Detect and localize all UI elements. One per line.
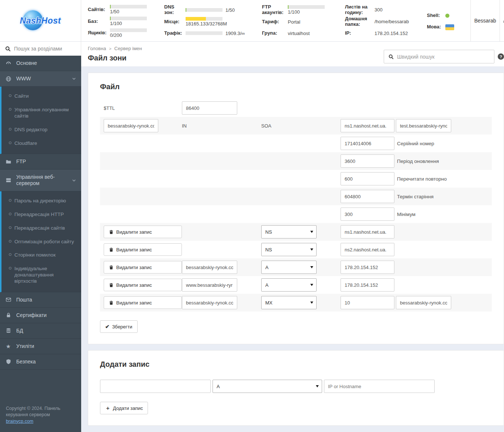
stat-label: Баз: <box>88 19 107 24</box>
language-label: Мова: <box>427 24 442 30</box>
soa-responsible-input[interactable] <box>396 119 451 132</box>
record-value-input[interactable] <box>341 243 394 256</box>
sidebar-subitem-label: DNS редактор <box>14 127 47 133</box>
soa-param-row: Серійний номер <box>100 135 492 152</box>
breadcrumb-home[interactable]: Головна <box>88 46 106 51</box>
record-name-input[interactable] <box>182 261 237 274</box>
stat-label: Трафік: <box>164 31 183 36</box>
brainycp-link[interactable]: brainycp.com <box>6 419 33 424</box>
sidebar-submenu-3: Пароль на директоріюПереадресація HTTPПе… <box>0 191 81 292</box>
soa-param-row: Перечитати повторно <box>100 170 492 188</box>
stat-value: /home/bessarab <box>374 19 409 24</box>
sidebar-item-5[interactable]: Сертифікати <box>0 308 81 323</box>
sidebar-item-8[interactable]: Безпека <box>0 354 81 370</box>
record-value-input[interactable] <box>341 225 394 238</box>
delete-record-button[interactable]: Видалити запис <box>104 226 182 238</box>
star-icon: ★ <box>5 343 11 349</box>
quick-search-input[interactable] <box>397 54 490 60</box>
sidebar-item-label: WWW <box>16 76 67 82</box>
soa-param-row: Мінімум <box>100 205 492 223</box>
soa-row: INSOA <box>100 117 492 135</box>
delete-record-button[interactable]: Видалити запис <box>104 261 182 274</box>
search-icon <box>5 46 11 52</box>
record-type-select-wrap: NS <box>261 243 317 256</box>
shell-status-dot <box>445 14 449 18</box>
soa-param-input[interactable] <box>341 137 394 150</box>
sidebar-subitem-1-3[interactable]: Cloudflare <box>1 137 81 150</box>
new-record-type-select[interactable]: A <box>213 380 322 393</box>
sidebar-subitem-3-4[interactable]: Сторінки помилок <box>1 248 81 262</box>
sidebar-subitem-3-5[interactable]: Індивідуальне доналаштування віртхостів <box>1 262 81 288</box>
delete-record-button[interactable]: Видалити запис <box>104 296 182 309</box>
record-name-input[interactable] <box>182 278 237 292</box>
sidebar-subitem-3-3[interactable]: Оптимізація роботи сайту <box>1 235 81 249</box>
delete-record-button[interactable]: Видалити запис <box>104 243 182 256</box>
stat-value: 1/50 <box>225 7 235 13</box>
ttl-input[interactable] <box>182 101 237 115</box>
new-record-value-input[interactable] <box>324 380 435 393</box>
sidebar-item-0[interactable]: Основне <box>0 56 81 71</box>
sidebar-subitem-label: Переадресація сайтів <box>14 225 65 231</box>
trash-icon <box>109 247 114 252</box>
soa-primary-ns-input[interactable] <box>341 119 394 132</box>
ukraine-flag-icon[interactable] <box>445 24 454 30</box>
bullet-icon <box>9 253 11 256</box>
delete-record-button[interactable]: Видалити запис <box>104 279 182 291</box>
record-value-input[interactable] <box>341 261 394 274</box>
sidebar-subitem-1-0[interactable]: Сайти <box>1 90 81 103</box>
record-value-input[interactable] <box>341 296 394 309</box>
record-type-select[interactable]: A <box>261 278 317 292</box>
sidebar-search-input[interactable] <box>14 46 76 52</box>
breadcrumb-nameserver[interactable]: Сервер імен <box>114 46 142 51</box>
stat-value: Portal <box>288 19 300 25</box>
sidebar-item-3[interactable]: Управління веб-сервером <box>0 170 81 191</box>
record-type-select-wrap: NS <box>261 225 317 238</box>
sidebar-subitem-1-2[interactable]: DNS редактор <box>1 123 81 137</box>
add-record-button[interactable]: ＋ Додати запис <box>100 402 148 414</box>
breadcrumb: Головна > Сервер імен <box>88 46 142 51</box>
logo-text: NashHost <box>20 16 61 26</box>
main-column: Сайтів: 1/50 Баз: 1/100 Ящиків: 0/200 DN… <box>81 0 504 432</box>
username[interactable]: Bessarab <box>470 0 500 41</box>
record-type-select[interactable]: A <box>261 261 317 274</box>
sidebar-item-7[interactable]: ★Утиліти <box>0 339 81 354</box>
progress-bar <box>110 5 147 8</box>
soa-param-input[interactable] <box>341 190 394 203</box>
sidebar-item-label: Управління веб-сервером <box>16 174 67 187</box>
stats-column-ftp: FTP акаунтів: 1/100 Тариф: Portal Група:… <box>262 5 345 38</box>
sidebar-item-4[interactable]: Пошта <box>0 292 81 308</box>
app-logo[interactable]: NashHost <box>0 0 81 42</box>
record-type-select[interactable]: NS <box>261 225 317 238</box>
progress-bar <box>288 5 325 9</box>
zone-rows: INSOAСерійний номерПеріод оновленняПереч… <box>100 117 492 311</box>
logout-lock-icon[interactable] <box>500 0 504 41</box>
shield-icon <box>5 359 11 365</box>
soa-name-input[interactable] <box>104 119 158 132</box>
record-extra-input[interactable] <box>396 296 451 309</box>
stat-label: Місце: <box>164 19 183 25</box>
soa-param-input[interactable] <box>341 172 394 185</box>
stat-label: Сайтів: <box>88 7 107 13</box>
sidebar-subitem-3-0[interactable]: Пароль на директорію <box>1 194 81 208</box>
new-record-name-input[interactable] <box>100 380 211 393</box>
help-icon[interactable]: ? <box>498 53 504 60</box>
sidebar-item-1[interactable]: WWW <box>0 71 81 87</box>
sidebar-menu: ОсновнеWWWСайтиУправління логуванням сай… <box>0 56 81 370</box>
globe-icon <box>5 76 11 82</box>
sidebar-item-label: Утиліти <box>16 343 76 349</box>
trash-icon <box>109 283 114 288</box>
record-value-input[interactable] <box>341 278 394 292</box>
sidebar-subitem-3-2[interactable]: Переадресація сайтів <box>1 222 81 235</box>
save-button[interactable]: ✔ Зберегти <box>100 320 138 333</box>
sidebar-subitem-3-1[interactable]: Переадресація HTTP <box>1 208 81 222</box>
record-name-input[interactable] <box>182 296 237 309</box>
record-type-select[interactable]: NS <box>261 243 317 256</box>
soa-param-input[interactable] <box>341 208 394 221</box>
bullet-icon <box>9 108 11 111</box>
sidebar-item-2[interactable]: FTP <box>0 154 81 170</box>
soa-param-input[interactable] <box>341 154 394 168</box>
record-type-select[interactable]: MX <box>261 296 317 309</box>
stat-value: 1/50 <box>110 9 147 14</box>
sidebar-subitem-1-1[interactable]: Управління логуванням сайтів <box>1 103 81 123</box>
sidebar-item-6[interactable]: БД <box>0 323 81 339</box>
